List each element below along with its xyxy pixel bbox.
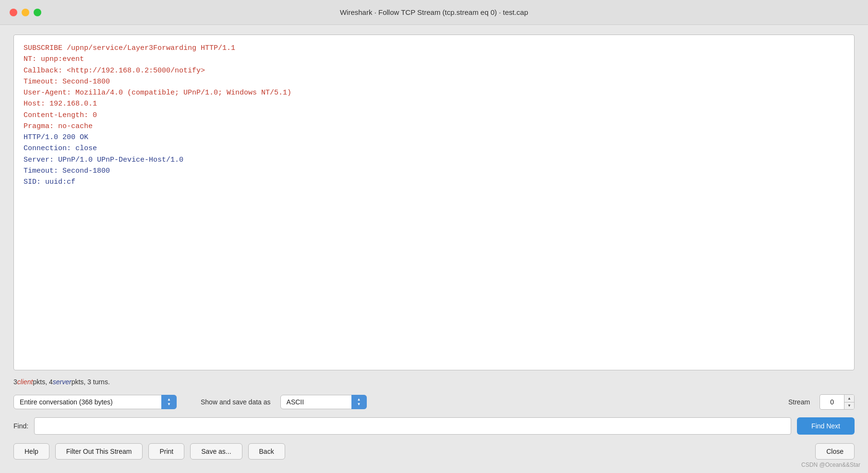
filter-out-button[interactable]: Filter Out This Stream (55, 443, 143, 460)
conversation-dropdown[interactable]: Entire conversation (368 bytes) (13, 395, 177, 409)
close-button[interactable]: Close (815, 443, 855, 460)
help-button[interactable]: Help (13, 443, 49, 460)
stream-content-area[interactable]: SUBSCRIBE /upnp/service/Layer3Forwarding… (13, 35, 855, 370)
stream-line: Callback: <http://192.168.0.2:5000/notif… (24, 65, 844, 76)
main-content: SUBSCRIBE /upnp/service/Layer3Forwarding… (0, 25, 868, 473)
stream-label: Stream (788, 398, 810, 406)
maximize-window-button[interactable] (34, 9, 41, 16)
stats-client-label: client (17, 378, 33, 386)
window-title: Wireshark · Follow TCP Stream (tcp.strea… (340, 8, 528, 16)
stats-bar: 3 client pkts, 4 server pkts, 3 turns. (13, 376, 855, 388)
watermark: CSDN @Ocean&&Star (801, 461, 860, 468)
back-button[interactable]: Back (248, 443, 285, 460)
show-save-label: Show and save data as (201, 398, 271, 406)
conversation-dropdown-wrapper: Entire conversation (368 bytes) (13, 395, 177, 409)
format-dropdown[interactable]: ASCIIHex DumpC ArraysRaw (280, 395, 367, 409)
stats-middle2: pkts, 3 turns. (72, 378, 110, 386)
save-as-button[interactable]: Save as... (190, 443, 242, 460)
stream-line: SID: uuid:cf (24, 177, 844, 188)
stream-line: Host: 192.168.0.1 (24, 98, 844, 109)
stream-line: Pragma: no-cache (24, 121, 844, 132)
stream-line: NT: upnp:event (24, 54, 844, 65)
stats-server-label: server (53, 378, 72, 386)
stream-increment-button[interactable]: ▲ (844, 395, 854, 402)
stream-spinner-buttons: ▲ ▼ (844, 395, 854, 409)
stream-line: SUBSCRIBE /upnp/service/Layer3Forwarding… (24, 43, 844, 54)
window-controls (10, 9, 41, 16)
minimize-window-button[interactable] (22, 9, 29, 16)
find-label: Find: (13, 422, 28, 430)
find-input[interactable] (34, 417, 791, 435)
stream-line: Content-Length: 0 (24, 110, 844, 121)
stream-value: 0 (820, 398, 844, 406)
stream-line: Server: UPnP/1.0 UPnP-Device-Host/1.0 (24, 154, 844, 166)
stream-line: User-Agent: Mozilla/4.0 (compatible; UPn… (24, 87, 844, 98)
stats-middle1: pkts, 4 (33, 378, 52, 386)
format-dropdown-wrapper: ASCIIHex DumpC ArraysRaw (280, 395, 367, 409)
stream-line: Connection: close (24, 143, 844, 154)
stream-spinner: 0 ▲ ▼ (820, 394, 855, 410)
stats-prefix: 3 (13, 378, 17, 386)
stream-line: Timeout: Second-1800 (24, 76, 844, 87)
find-next-button[interactable]: Find Next (797, 417, 855, 435)
find-row: Find: Find Next (13, 417, 855, 435)
stream-line: Timeout: Second-1800 (24, 166, 844, 177)
title-bar: Wireshark · Follow TCP Stream (tcp.strea… (0, 0, 868, 25)
controls-row: Entire conversation (368 bytes) Show and… (13, 394, 855, 410)
stream-line: HTTP/1.0 200 OK (24, 132, 844, 143)
print-button[interactable]: Print (148, 443, 184, 460)
stream-decrement-button[interactable]: ▼ (844, 402, 854, 410)
bottom-buttons-row: Help Filter Out This Stream Print Save a… (13, 443, 855, 465)
close-window-button[interactable] (10, 9, 17, 16)
